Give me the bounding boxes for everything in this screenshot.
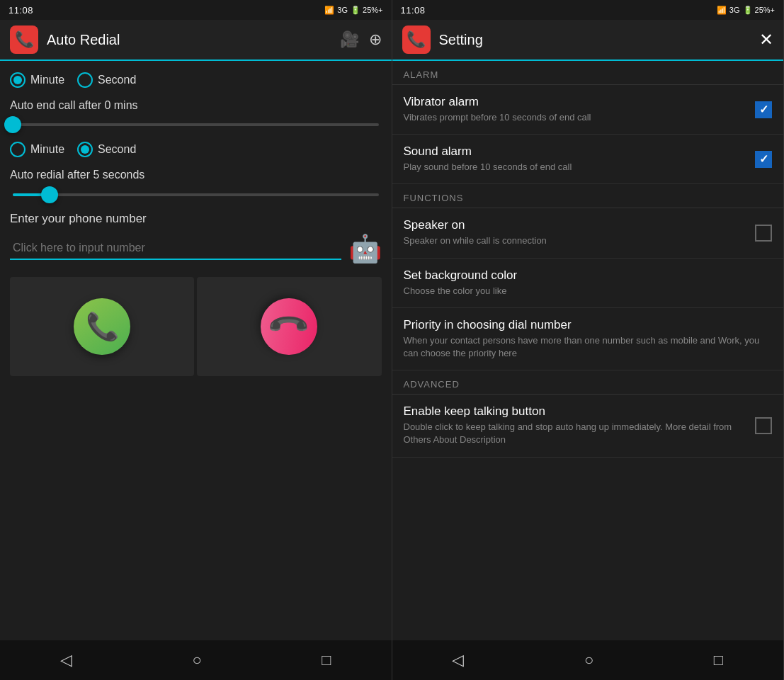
sound-alarm-text: Sound alarm Play sound before 10 seconds… [404,144,747,174]
minute-radio-2[interactable] [10,142,25,157]
auto-end-label: Auto end call after 0 mins [10,98,382,113]
slider-2-track[interactable] [13,193,379,196]
slider-1-thumb[interactable] [4,116,21,133]
network-icon-right: 3G [729,6,740,14]
vibrator-alarm-checkbox[interactable] [755,101,772,118]
nav-bar-left: ◁ ○ □ [0,640,392,680]
home-button-left[interactable]: ○ [192,651,201,669]
video-button[interactable]: 🎥 [340,30,359,49]
minute-label-2: Minute [30,143,64,156]
keep-talking-checkbox[interactable] [755,417,772,434]
add-button[interactable]: ⊕ [369,30,382,49]
advanced-section-header: ADVANCED [392,370,784,395]
wifi-icon-left: 📶 [324,6,334,15]
sound-alarm-item[interactable]: Sound alarm Play sound before 10 seconds… [392,135,784,184]
minute-option-1[interactable]: Minute [10,72,64,88]
network-icon-left: 3G [337,6,348,14]
app-icon-left: 📞 [10,26,38,54]
call-icon-green: 📞 [74,298,130,355]
sound-alarm-desc: Play sound before 10 seconds of end call [404,161,747,174]
vibrator-alarm-title: Vibrator alarm [404,95,747,109]
speaker-on-desc: Speaker on while call is connection [404,234,747,247]
top-bar-left: 📞 Auto Redial 🎥 ⊕ [0,20,392,61]
left-panel: 11:08 📶 3G 🔋 25%+ 📞 Auto Redial 🎥 ⊕ Minu… [0,0,392,680]
close-button[interactable]: ✕ [759,30,773,50]
priority-dial-desc: When your contact persons have more than… [404,334,773,360]
left-panel-content: Minute Second Auto end call after 0 mins… [0,61,392,640]
top-bar-actions: 🎥 ⊕ [340,30,382,49]
status-bar-left: 11:08 📶 3G 🔋 25%+ [0,0,392,20]
time-left: 11:08 [8,5,33,16]
keep-talking-text: Enable keep talking button Double click … [404,404,747,446]
slider-1-container [10,123,382,126]
speaker-on-title: Speaker on [404,218,747,232]
time-right: 11:08 [401,5,426,16]
speaker-on-checkbox[interactable] [755,225,772,242]
recents-button-left[interactable]: □ [322,651,331,669]
radio-row-1: Minute Second [10,72,382,88]
second-option-2[interactable]: Second [77,142,136,157]
status-bar-right: 11:08 📶 3G 🔋 25%+ [392,0,784,20]
minute-label-1: Minute [30,74,64,86]
alarm-section-header: ALARM [392,61,784,85]
functions-section-header: FUNCTIONS [392,184,784,208]
keep-talking-title: Enable keep talking button [404,404,747,419]
vibrator-alarm-item[interactable]: Vibrator alarm Vibrates prompt before 10… [392,85,784,135]
battery-icon-right: 🔋 25%+ [743,6,776,15]
battery-icon-left: 🔋 25%+ [351,6,383,15]
background-color-desc: Choose the color you like [404,285,773,298]
top-bar-right: 📞 Setting ✕ [392,20,784,61]
background-color-title: Set background color [404,268,773,283]
phone-input[interactable] [10,237,341,260]
radio-row-2: Minute Second [10,142,382,157]
auto-redial-label: Auto redial after 5 seconds [10,167,382,183]
speaker-on-item[interactable]: Speaker on Speaker on while call is conn… [392,208,784,258]
app-title: Auto Redial [47,32,331,48]
second-label-2: Second [98,143,136,156]
call-button[interactable]: 📞 [10,277,194,376]
speaker-on-text: Speaker on Speaker on while call is conn… [404,218,747,247]
setting-title: Setting [439,32,751,48]
back-button-left[interactable]: ◁ [60,651,72,669]
wifi-icon-right: 📶 [717,6,727,15]
right-panel: 11:08 📶 3G 🔋 25%+ 📞 Setting ✕ ALARM Vibr… [392,0,785,680]
priority-dial-item[interactable]: Priority in choosing dial number When yo… [392,308,784,370]
setting-content: ALARM Vibrator alarm Vibrates prompt bef… [392,61,784,640]
priority-dial-text: Priority in choosing dial number When yo… [404,318,773,360]
priority-dial-title: Priority in choosing dial number [404,318,773,332]
slider-2-thumb[interactable] [41,186,58,203]
back-button-right[interactable]: ◁ [452,651,464,669]
nav-bar-right: ◁ ○ □ [392,640,784,680]
sound-alarm-title: Sound alarm [404,144,747,159]
android-logo-icon: 🤖 [348,233,382,264]
second-label-1: Second [98,74,136,86]
call-icon-pink: 📞 [249,286,329,366]
status-icons-left: 📶 3G 🔋 25%+ [324,6,382,15]
home-button-right[interactable]: ○ [584,651,593,669]
slider-2-container [10,193,382,196]
slider-1-track[interactable] [13,123,379,126]
background-color-text: Set background color Choose the color yo… [404,268,773,298]
minute-radio-1[interactable] [10,72,25,88]
second-radio-2[interactable] [77,142,93,157]
phone-label: Enter your phone number [10,212,382,226]
minute-option-2[interactable]: Minute [10,142,64,157]
second-radio-1[interactable] [77,72,93,88]
vibrator-alarm-text: Vibrator alarm Vibrates prompt before 10… [404,95,747,124]
hangup-button[interactable]: 📞 [197,277,381,376]
status-icons-right: 📶 3G 🔋 25%+ [717,6,775,15]
keep-talking-item[interactable]: Enable keep talking button Double click … [392,395,784,457]
vibrator-alarm-desc: Vibrates prompt before 10 seconds of end… [404,111,747,124]
app-icon-right: 📞 [402,26,431,54]
call-buttons-row: 📞 📞 [10,277,382,376]
second-option-1[interactable]: Second [77,72,136,88]
phone-input-row: 🤖 [10,233,382,264]
keep-talking-desc: Double click to keep talking and stop au… [404,421,747,446]
sound-alarm-checkbox[interactable] [755,151,772,168]
background-color-item[interactable]: Set background color Choose the color yo… [392,259,784,308]
recents-button-right[interactable]: □ [714,651,723,669]
